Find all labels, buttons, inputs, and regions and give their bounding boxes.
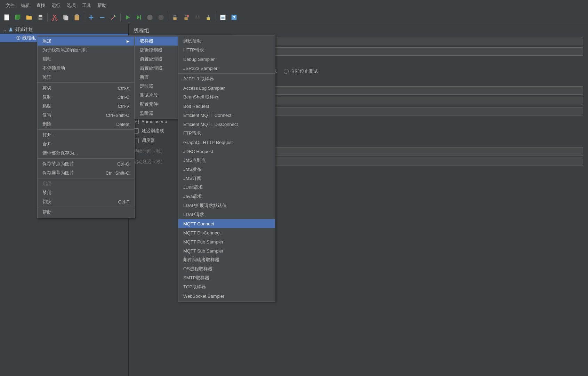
menu-item-label: 切换 [42,199,51,205]
ctx1-item-2[interactable]: 启动 [38,55,134,64]
clear-all-icon[interactable] [182,13,191,22]
ctx1-item-19: 启用 [38,179,134,188]
ctx1-item-7[interactable]: 复制Ctrl-C [38,93,134,102]
open-icon[interactable] [24,13,34,22]
wand-icon[interactable] [108,13,118,22]
ctx1-item-13[interactable]: 合并 [38,139,134,149]
ctx1-item-14[interactable]: 选中部分保存为... [38,149,134,158]
tree-root[interactable]: ⌄ 测试计划 [0,25,128,34]
play-icon[interactable] [123,13,132,22]
flask-icon [8,27,13,32]
svg-rect-14 [185,17,188,20]
ctx3-item-2[interactable]: Debug Sampler [178,55,275,64]
plus-icon[interactable] [86,13,96,22]
menu-item-label: LDAP扩展请求默认值 [183,202,227,209]
save-icon[interactable] [35,13,45,22]
sweep-icon[interactable] [204,13,214,22]
ctx3-item-10[interactable]: Efficient MQTT DisConnect [178,120,275,129]
ctx3-item-27[interactable]: SMTP取样器 [178,273,275,282]
ctx3-item-1[interactable]: HTTP请求 [178,46,275,55]
svg-text:?: ? [233,15,235,20]
ctx3-item-19[interactable]: LDAP扩展请求默认值 [178,201,275,210]
play-step-icon[interactable] [134,13,144,22]
ctx3-item-29[interactable]: WebSocket Sampler [178,291,275,301]
menu-file[interactable]: 文件 [3,1,17,10]
menu-item-label: 剪切 [42,85,51,91]
ctx1-item-6[interactable]: 剪切Ctrl-X [38,83,134,93]
ctx3-item-18[interactable]: Java请求 [178,192,275,201]
toolbar-separator [47,13,48,22]
menu-item-label: 为子线程添加响应时间 [42,47,88,53]
ctx3-item-24[interactable]: MQTT Sub Sampler [178,246,275,255]
copy-icon[interactable] [61,13,71,22]
ctx3-item-11[interactable]: FTP请求 [178,129,275,138]
clear-icon[interactable] [170,13,180,22]
help-icon[interactable]: ? [229,13,239,22]
ctx3-item-3[interactable]: JSR223 Sampler [178,64,275,73]
stop-icon[interactable] [145,13,155,22]
menu-item-label: HTTP请求 [183,47,204,53]
ctx3-item-20[interactable]: LDAP请求 [178,210,275,219]
menu-edit[interactable]: 编辑 [18,1,33,10]
ctx3-item-12[interactable]: GraphQL HTTP Request [178,138,275,147]
ctx3-item-14[interactable]: JMS点到点 [178,156,275,165]
new-icon[interactable] [2,13,12,22]
ctx1-item-20[interactable]: 禁用 [38,188,134,197]
ctx1-item-10[interactable]: 删除Delete [38,120,134,129]
ctx3-item-23[interactable]: MQTT Pub Sampler [178,237,275,246]
menu-item-label: 保存节点为图片 [42,161,74,167]
cut-icon[interactable] [50,13,59,22]
ctx3-item-17[interactable]: JUnit请求 [178,183,275,192]
ctx3-item-7[interactable]: BeanShell 取样器 [178,93,275,102]
minus-icon[interactable] [97,13,107,22]
ctx1-item-3[interactable]: 不停顿启动 [38,64,134,73]
menu-options[interactable]: 选项 [64,1,79,10]
paste-icon[interactable] [72,13,82,22]
chevron-down-icon[interactable]: ⌄ [3,27,7,32]
ctx1-item-4[interactable]: 验证 [38,73,134,82]
ctx3-item-8[interactable]: Bolt Request [178,102,275,111]
ctx3-item-22[interactable]: MQTT DisConnect [178,228,275,237]
menu-search[interactable]: 查找 [33,1,48,10]
ctx1-item-21[interactable]: 切换Ctrl-T [38,197,134,206]
ctx1-item-0[interactable]: 添加▶ [38,37,134,46]
ctx1-item-8[interactable]: 粘贴Ctrl-V [38,102,134,111]
radio-stop-now[interactable]: 立即停止测试 [284,68,318,74]
ctx3-item-25[interactable]: 邮件阅读者取样器 [178,255,275,264]
menu-run[interactable]: 运行 [49,1,63,10]
menu-item-label: 断言 [140,74,149,80]
ctx3-item-9[interactable]: Efficient MQTT Connect [178,111,275,120]
ctx1-item-9[interactable]: 复写Ctrl+Shift-C [38,111,134,120]
ctx3-item-26[interactable]: OS进程取样器 [178,264,275,273]
context-menu-main: 添加▶为子线程添加响应时间启动不停顿启动验证剪切Ctrl-X复制Ctrl-C粘贴… [37,35,135,218]
menu-item-accel: Ctrl-X [118,86,129,91]
ctx3-item-16[interactable]: JMS订阅 [178,174,275,183]
ctx1-item-16[interactable]: 保存节点为图片Ctrl-G [38,159,134,168]
ctx3-item-13[interactable]: JDBC Request [178,147,275,156]
ctx3-item-21[interactable]: MQTT Connect [178,219,275,228]
menu-item-label: 验证 [42,74,51,80]
menu-tools[interactable]: 工具 [79,1,94,10]
ctx3-item-5[interactable]: AJP/1.3 取样器 [178,74,275,83]
ctx1-item-1[interactable]: 为子线程添加响应时间 [38,46,134,55]
ctx1-item-17[interactable]: 保存屏幕为图片Ctrl+Shift-G [38,168,134,177]
ctx3-item-15[interactable]: JMS发布 [178,165,275,174]
svg-rect-19 [198,16,200,18]
templates-icon[interactable] [13,13,23,22]
ctx3-item-6[interactable]: Access Log Sampler [178,83,275,93]
stop-all-icon[interactable] [156,13,166,22]
menu-item-label: 前置处理器 [140,56,162,62]
ctx1-item-23[interactable]: 帮助 [38,208,134,217]
ctx3-item-28[interactable]: TCP取样器 [178,282,275,291]
binoculars-icon[interactable] [193,13,202,22]
ctx3-item-0[interactable]: 测试活动 [178,37,275,46]
startup-delay-label: 启动延迟（秒） [134,159,165,165]
loop-count-input[interactable] [249,107,583,115]
ctx1-item-12[interactable]: 打开... [38,130,134,139]
toolbar-separator [120,13,121,22]
menu-help[interactable]: 帮助 [95,1,109,10]
menu-item-label: GraphQL HTTP Request [183,140,233,145]
menu-item-label: 复制 [42,94,51,100]
toolbar-separator [216,13,216,22]
functions-icon[interactable] [218,13,228,22]
